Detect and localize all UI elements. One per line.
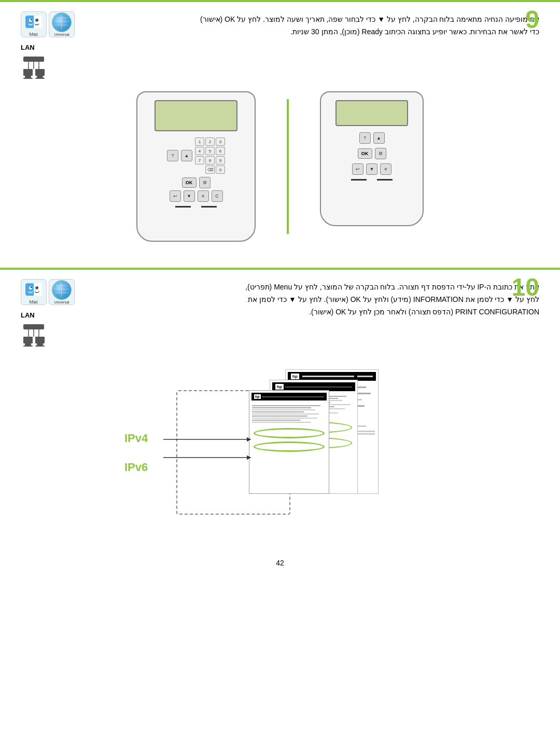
globe-line4: [54, 25, 69, 25]
dash1: [175, 206, 191, 208]
svg-rect-27: [25, 343, 31, 346]
step10-globe-line3: [54, 285, 69, 286]
page-number: 42: [0, 551, 560, 575]
printer-screen-1: [155, 100, 237, 131]
svg-point-4: [31, 19, 32, 20]
svg-rect-28: [23, 346, 33, 347]
hp-logo-front: hp: [254, 394, 261, 399]
globe-icon: [52, 12, 72, 32]
step10-icons: Mac Universal LAN: [21, 279, 88, 349]
step10-text-line3: PRINT CONFIGURATION (הדפס תצורה) ולאחר מ…: [309, 308, 539, 316]
svg-rect-1: [34, 16, 42, 28]
down-btn-2: ▼: [366, 163, 377, 175]
down-btn: ▼: [184, 190, 195, 202]
fl6: [252, 416, 307, 417]
universal-label: Universal: [54, 33, 69, 36]
lan-label: LAN: [21, 44, 35, 51]
ip-diagram-container: IPv4 IPv6 hp: [114, 359, 446, 525]
up-btn-2: ▲: [373, 132, 385, 144]
step10-globe: [52, 280, 72, 300]
svg-rect-14: [37, 76, 43, 78]
step10-universal-label: Universal: [54, 300, 69, 304]
step9-text-line2: כדי לאשר את הבחירות. כאשר יופיע בתצוגה ה…: [290, 27, 539, 36]
settings-btn-2: ⚙: [375, 148, 386, 159]
page-front: hp: [249, 390, 329, 494]
step10-mac-icon: Mac: [21, 279, 47, 305]
num-2: 2: [205, 137, 215, 146]
globe-line1: [54, 21, 69, 22]
step10-header: Mac Universal LAN: [21, 279, 539, 349]
dash2: [201, 206, 217, 208]
fl2: [252, 407, 311, 408]
globe-line3: [54, 18, 69, 18]
svg-rect-26: [23, 337, 33, 343]
fl8: [252, 420, 300, 421]
btn-row2-ok: OK ⚙: [358, 148, 386, 159]
numpad-row3: 7 8 9: [195, 156, 225, 164]
header-line-3: [302, 376, 354, 377]
ipv4-label: IPv4: [124, 432, 148, 445]
btn-row2-top: ? ▲: [359, 132, 385, 144]
step10-network-svg: [21, 320, 67, 349]
page-front-header: hp: [251, 393, 327, 400]
hp-logo-middle: hp: [275, 384, 284, 390]
fl9: [252, 422, 311, 423]
fl3: [252, 409, 315, 410]
menu-btn-2: ≡: [380, 163, 391, 175]
question-btn-2: ?: [359, 132, 371, 144]
svg-rect-31: [35, 346, 45, 347]
btn-row2-down: ↩ ▼ ≡: [352, 163, 391, 175]
step9-header: Mac Universal LAN: [21, 11, 539, 81]
step10-lan-label: LAN: [21, 311, 35, 319]
lan-diagram: LAN: [21, 44, 67, 81]
svg-point-21: [37, 286, 38, 288]
step10-globe-inner: [54, 283, 69, 297]
svg-rect-22: [23, 324, 44, 329]
backspace-btn: ⌫: [205, 165, 215, 174]
step10-text-line1: אתר את כתובת ה-IP על-ידי הדפסת דף תצורה.…: [245, 283, 539, 291]
btn-row-top: ? ▲ 1 2 3 4 5 6: [167, 137, 225, 174]
svg-rect-10: [23, 69, 33, 76]
step9-text-line1: אם מופיעה הנחיה מתאימה בלוח הבקרה, לחץ ע…: [200, 15, 539, 23]
header-line-3b: [357, 376, 373, 377]
page-front-content: [249, 403, 329, 425]
step10-globe-line4: [54, 293, 69, 293]
step9-section: 9: [0, 0, 560, 263]
ipv4-oval-front: [254, 428, 325, 438]
printer-screen-2: [335, 100, 408, 126]
step10-globe-line1: [54, 289, 69, 289]
ok-btn: OK: [182, 177, 197, 188]
mac-label: Mac: [29, 32, 38, 37]
svg-rect-30: [37, 343, 43, 346]
svg-rect-17: [34, 283, 42, 296]
step10-number: 10: [512, 275, 539, 300]
step9-icons: Mac Universal LAN: [21, 11, 88, 81]
step10-lan-diagram: LAN: [21, 311, 67, 349]
svg-point-5: [37, 19, 38, 20]
ip-labels: IPv4 IPv6: [124, 432, 148, 474]
step10-section: 10 Mac: [0, 268, 560, 551]
num-8: 8: [205, 156, 215, 164]
num-0: 0: [216, 165, 225, 174]
network-diagram-svg: [21, 52, 67, 81]
universal-icon: Universal: [49, 11, 75, 37]
printer-buttons-2: ? ▲ OK ⚙ ↩ ▼ ≡: [326, 132, 417, 175]
back-btn-2: ↩: [352, 163, 363, 175]
num-3: 3: [216, 137, 225, 146]
step9-number: 9: [525, 7, 539, 32]
printer-panel-1: ? ▲ 1 2 3 4 5 6: [136, 91, 256, 242]
num-placeholder: [195, 165, 204, 174]
step10-text-line2: לחץ על ▼ כדי לסמן את INFORMATION (מידע) …: [248, 295, 539, 303]
svg-rect-29: [35, 337, 45, 343]
num-7: 7: [195, 156, 204, 164]
num-9: 9: [216, 156, 225, 164]
ipv6-oval-front: [254, 441, 325, 452]
num-1: 1: [195, 137, 204, 146]
step10-universal-icon: Universal: [49, 279, 75, 305]
svg-rect-12: [23, 78, 33, 79]
btn-row-ok: OK ⚙: [182, 177, 211, 188]
ok-btn-2: OK: [358, 148, 372, 159]
fl1: [252, 405, 320, 406]
ip-illustration: IPv4 IPv6 hp: [21, 359, 539, 525]
up-btn: ▲: [181, 150, 192, 161]
